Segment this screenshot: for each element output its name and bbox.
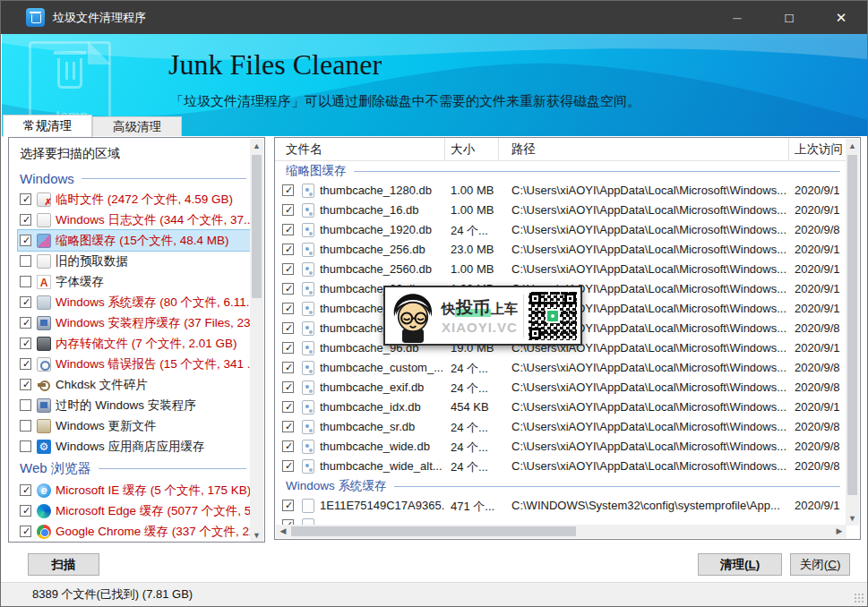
item-checkbox[interactable]: [20, 193, 31, 205]
item-checkbox[interactable]: [20, 440, 31, 452]
scan-area-item[interactable]: Microsoft IE 缓存 (5 个文件, 175 KB): [18, 480, 250, 500]
file-row[interactable]: thumbcache_1280.db1.00 MBC:\Users\xiAOYI…: [275, 181, 846, 201]
scan-area-item[interactable]: Windows 日志文件 (344 个文件, 37...: [18, 209, 250, 230]
table-vertical-scrollbar[interactable]: ▲ ▼: [846, 139, 859, 526]
item-checkbox[interactable]: [20, 317, 31, 329]
column-last-access[interactable]: 上次访问: [789, 138, 847, 161]
file-row[interactable]: [275, 516, 846, 525]
scan-area-item[interactable]: 字体缓存: [18, 271, 250, 292]
clean-button[interactable]: 清理(L): [698, 553, 782, 576]
window-title: 垃圾文件清理程序: [53, 10, 146, 26]
scrollbar-thumb[interactable]: [291, 526, 576, 536]
file-icon: [302, 459, 314, 474]
scan-area-item[interactable]: Windows 应用商店应用缓存: [18, 436, 250, 457]
file-row[interactable]: thumbcache_1920.db24 个...C:\Users\xiAOYI…: [275, 220, 846, 240]
file-name: thumbcache_1920.db: [320, 223, 445, 236]
item-checkbox[interactable]: [20, 484, 31, 496]
file-row[interactable]: thumbcache_exif.db24 个...C:\Users\xiAOYI…: [275, 378, 846, 398]
file-row[interactable]: thumbcache_2560.db1.00 MBC:\Users\xiAOYI…: [275, 260, 846, 279]
file-row[interactable]: 1E11E75149C17A9365...471 个...C:\WINDOWS\…: [275, 496, 846, 516]
scan-area-item[interactable]: Windows 安装程序缓存 (37 Files, 23...: [18, 312, 250, 333]
close-dialog-button[interactable]: 关闭(C): [790, 553, 850, 576]
scrollbar-thumb[interactable]: [252, 155, 262, 298]
minimize-button[interactable]: –: [711, 1, 763, 34]
scroll-up-icon[interactable]: ▲: [250, 139, 263, 153]
table-group-title: Windows 系统缓存: [275, 476, 846, 496]
left-vertical-scrollbar[interactable]: ▲ ▼: [250, 139, 263, 543]
file-icon: [302, 262, 314, 277]
file-checkbox[interactable]: [282, 460, 294, 472]
tab-general-clean[interactable]: 常规清理: [3, 115, 92, 137]
scroll-left-icon[interactable]: ◀: [276, 525, 290, 538]
file-row[interactable]: thumbcache_custom_...24 个...C:\Users\xiA…: [275, 358, 846, 378]
file-checkbox[interactable]: [282, 440, 294, 452]
file-last-access: 2020/9/1: [795, 341, 846, 355]
file-row[interactable]: thumbcache_idx.db454 KBC:\Users\xiAOYI\A…: [275, 398, 846, 417]
item-checkbox[interactable]: [20, 338, 31, 349]
file-checkbox[interactable]: [282, 401, 294, 413]
scroll-right-icon[interactable]: ▶: [832, 525, 847, 538]
scan-area-item[interactable]: 内存转储文件 (7 个文件, 2.01 GB): [18, 333, 250, 354]
file-checkbox[interactable]: [282, 244, 294, 255]
item-checkbox[interactable]: [20, 526, 31, 537]
file-checkbox[interactable]: [282, 381, 294, 393]
item-checkbox[interactable]: [20, 276, 31, 287]
scroll-down-icon[interactable]: ▼: [846, 511, 859, 526]
tab-advanced-clean[interactable]: 高级清理: [92, 116, 182, 136]
store-cache-icon: [37, 440, 51, 454]
scan-area-item[interactable]: Windows 更新文件: [18, 415, 250, 436]
item-label: 旧的预取数据: [56, 253, 128, 269]
file-icon: [302, 518, 314, 525]
scroll-down-icon[interactable]: ▼: [250, 528, 263, 543]
item-checkbox[interactable]: [20, 505, 31, 517]
maximize-button[interactable]: □: [763, 1, 815, 34]
file-checkbox[interactable]: [282, 322, 294, 334]
resize-grip[interactable]: [854, 593, 864, 603]
file-row[interactable]: thumbcache_wide.db24 个...C:\Users\xiAOYI…: [275, 437, 846, 457]
column-filename[interactable]: 文件名: [275, 138, 445, 161]
file-row[interactable]: thumbcache_sr.db24 个...C:\Users\xiAOYI\A…: [275, 417, 846, 437]
file-name: thumbcache_1280.db: [320, 184, 445, 197]
column-size[interactable]: 大小: [445, 138, 499, 161]
file-row[interactable]: thumbcache_wide_alt...24 个...C:\Users\xi…: [275, 457, 846, 476]
file-size: 24 个...: [451, 420, 504, 436]
item-checkbox[interactable]: [20, 255, 31, 267]
scan-area-item[interactable]: Google Chrome 缓存 (337 个文件, 22...: [18, 521, 250, 542]
item-checkbox[interactable]: [20, 296, 31, 308]
item-checkbox[interactable]: [20, 214, 31, 226]
file-checkbox[interactable]: [282, 184, 294, 196]
scrollbar-thumb[interactable]: [847, 155, 857, 495]
scan-area-item[interactable]: 旧的预取数据: [18, 251, 250, 271]
table-horizontal-scrollbar[interactable]: ◀ ▶: [276, 525, 847, 538]
file-checkbox[interactable]: [282, 342, 294, 354]
item-label: 内存转储文件 (7 个文件, 2.01 GB): [56, 336, 237, 352]
column-path[interactable]: 路径: [499, 138, 789, 161]
item-checkbox[interactable]: [20, 379, 31, 390]
scan-area-item[interactable]: Windows 系统缓存 (80 个文件, 6.11...: [18, 292, 250, 312]
scroll-up-icon[interactable]: ▲: [846, 139, 859, 153]
file-row[interactable]: thumbcache_16.db1.00 MBC:\Users\xiAOYI\A…: [275, 201, 846, 220]
item-checkbox[interactable]: [20, 235, 31, 246]
titlebar[interactable]: 垃圾文件清理程序 – □ ✕: [1, 1, 867, 34]
scan-area-item[interactable]: Windows 错误报告 (15 个文件, 341 ...: [18, 354, 250, 374]
scan-area-item[interactable]: 缩略图缓存 (15个文件, 48.4 MB): [18, 230, 250, 251]
scan-area-item[interactable]: 临时文件 (2472 个文件, 4.59 GB): [18, 189, 250, 209]
scan-area-item[interactable]: 过时的 Windows 安装程序: [18, 395, 250, 415]
scan-area-item[interactable]: Chkdsk 文件碎片: [18, 374, 250, 395]
file-checkbox[interactable]: [282, 362, 294, 373]
scan-area-item[interactable]: Microsoft Edge 缓存 (5077 个文件, 5...: [18, 500, 250, 521]
file-checkbox[interactable]: [282, 500, 294, 511]
item-checkbox[interactable]: [20, 358, 31, 370]
scan-button[interactable]: 扫描: [28, 553, 99, 576]
file-row[interactable]: thumbcache_256.db23.0 MBC:\Users\xiAOYI\…: [275, 240, 846, 260]
item-checkbox[interactable]: [20, 399, 31, 411]
file-checkbox[interactable]: [282, 421, 294, 432]
item-checkbox[interactable]: [20, 420, 31, 432]
close-button[interactable]: ✕: [815, 1, 867, 34]
file-checkbox[interactable]: [282, 204, 294, 216]
file-checkbox[interactable]: [282, 224, 294, 235]
file-last-access: 2020/9/1: [795, 262, 846, 276]
file-checkbox[interactable]: [282, 263, 294, 275]
file-checkbox[interactable]: [282, 283, 294, 295]
file-checkbox[interactable]: [282, 303, 294, 314]
